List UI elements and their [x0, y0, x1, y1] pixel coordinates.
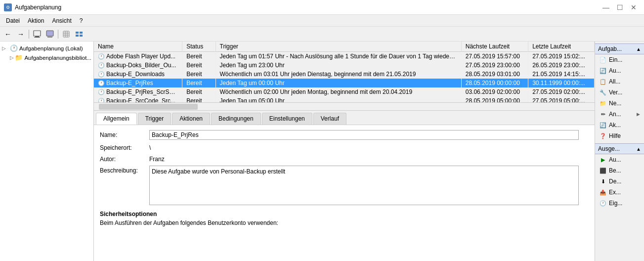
table-row[interactable]: 🕐Backup-E_PrjRes_ScrSho...BereitWöchentl…	[94, 87, 595, 96]
tabs: Allgemein Trigger Aktionen Bedingungen E…	[94, 111, 595, 125]
menu-ansicht[interactable]: Ansicht	[48, 16, 75, 25]
description-value: Diese Aufgabe wurde von Personal-Backup …	[149, 166, 589, 207]
table-cell: Wöchentlich um 03:01 Uhr jeden Dienstag,…	[215, 70, 461, 79]
toolbar-btn-3[interactable]	[60, 29, 72, 40]
action-de[interactable]: ⬇ De...	[595, 176, 644, 187]
menu-datei[interactable]: Datei	[2, 16, 24, 25]
ver-icon: 🔧	[599, 88, 607, 96]
table-row[interactable]: 🕐Adobe Flash Player Upd...BereitJeden Ta…	[94, 52, 595, 61]
titlebar: ⚙ Aufgabenplanung — ☐ ✕	[0, 0, 644, 15]
section-header-ausge[interactable]: Ausge... ▲	[595, 143, 644, 154]
titlebar-controls: — ☐ ✕	[600, 2, 640, 12]
ein-icon: 📄	[599, 56, 607, 64]
svg-rect-2	[34, 37, 40, 38]
action-au[interactable]: 🔄 Au...	[595, 65, 644, 76]
section-label-aufgaben: Aufgab...	[598, 45, 622, 52]
action-label-ver: Ver...	[609, 89, 622, 96]
description-label: Beschreibung:	[100, 166, 149, 174]
table-cell: Jeden Tag um 01:57 Uhr - Nach Auslösung …	[215, 52, 461, 61]
tab-aktionen[interactable]: Aktionen	[172, 113, 210, 125]
svg-rect-3	[46, 31, 53, 36]
table-cell: 🕐Backup-E_SrcCode_Src...	[94, 96, 182, 102]
svg-rect-1	[35, 36, 39, 37]
table-cell: 28.05.2019 03:01:00	[461, 70, 528, 79]
section-label-ausge: Ausge...	[598, 145, 620, 152]
action-eig[interactable]: 🕐 Eig...	[595, 198, 644, 209]
svg-rect-10	[76, 32, 79, 34]
action-ein[interactable]: 📄 Ein...	[595, 54, 644, 65]
table-cell: 27.05.2019 05:00:...	[528, 96, 595, 102]
table-cell: 21.05.2019 14:15:...	[528, 70, 595, 79]
menu-help[interactable]: ?	[76, 16, 87, 25]
action-label-be: Be...	[609, 167, 621, 174]
ak-icon: 🔄	[599, 121, 607, 129]
table-cell: 🕐Backup-E_Downloads	[94, 70, 182, 79]
author-row: Autor: Franz	[100, 154, 589, 163]
close-button[interactable]: ✕	[627, 2, 640, 12]
table-cell: 🕐Backup-Doks_Bilder_Ou...	[94, 61, 182, 70]
folder-icon: 📁	[15, 54, 23, 61]
toolbar-back[interactable]: ←	[2, 29, 14, 40]
tree-label-local: Aufgabenplanung (Lokal)	[19, 45, 83, 51]
table-cell: Bereit	[182, 87, 215, 96]
table-cell: Bereit	[182, 79, 215, 87]
section-header-aufgaben[interactable]: Aufgab... ▲	[595, 44, 644, 54]
table-row[interactable]: 🕐Backup-Doks_Bilder_Ou...BereitJeden Tag…	[94, 61, 595, 70]
action-ex[interactable]: 📤 Ex...	[595, 187, 644, 198]
svg-rect-0	[34, 31, 41, 36]
hscroll-track	[94, 102, 595, 110]
action-ver[interactable]: 🔧 Ver...	[595, 87, 644, 98]
action-label-ein: Ein...	[609, 56, 622, 63]
toolbar-btn-4[interactable]	[73, 29, 85, 40]
name-label: Name:	[100, 130, 149, 138]
action-run[interactable]: ▶ Au...	[595, 154, 644, 165]
table-row[interactable]: 🕐Backup-E_SrcCode_Src...BereitJeden Tag …	[94, 96, 595, 102]
table-cell: 27.05.2019 15:57:00	[461, 52, 528, 61]
action-all[interactable]: 📋 All...	[595, 76, 644, 87]
tab-bedingungen[interactable]: Bedingungen	[211, 113, 261, 125]
action-hilfe[interactable]: ❓ Hilfe	[595, 130, 644, 141]
all-icon: 📋	[599, 78, 607, 86]
menu-aktion[interactable]: Aktion	[24, 16, 48, 25]
ne-icon: 📁	[599, 99, 607, 107]
name-input[interactable]	[149, 130, 579, 140]
toolbar-btn-2[interactable]	[44, 29, 56, 40]
toolbar-forward[interactable]: →	[15, 29, 27, 40]
tab-trigger[interactable]: Trigger	[138, 113, 172, 125]
right-area: Name Status Trigger Nächste Laufzeit Let…	[94, 42, 595, 261]
tab-einstellungen[interactable]: Einstellungen	[262, 113, 312, 125]
table-row[interactable]: 🕐Backup-E_PrjResBereitJeden Tag um 00:00…	[94, 79, 595, 87]
action-be[interactable]: ⬛ Be...	[595, 165, 644, 176]
an-arrow: ▶	[637, 112, 640, 117]
tree-item-local[interactable]: ▷ 🕐 Aufgabenplanung (Lokal)	[0, 44, 93, 53]
svg-rect-13	[80, 35, 83, 37]
expand-icon: ▷	[2, 45, 10, 51]
location-label: Speicherort:	[100, 143, 149, 151]
location-row: Speicherort: \	[100, 143, 589, 151]
task-table: Name Status Trigger Nächste Laufzeit Let…	[94, 42, 595, 102]
task-list-container: Name Status Trigger Nächste Laufzeit Let…	[94, 42, 595, 111]
table-cell: Jeden Tag um 00:00 Uhr	[215, 79, 461, 87]
left-panel: ▷ 🕐 Aufgabenplanung (Lokal) ▷ 📁 Aufgaben…	[0, 42, 94, 261]
maximize-button[interactable]: ☐	[613, 2, 626, 12]
minimize-button[interactable]: —	[600, 2, 612, 12]
svg-rect-12	[76, 35, 79, 37]
tab-allgemein[interactable]: Allgemein	[96, 113, 137, 125]
toolbar-btn-1[interactable]	[31, 29, 43, 40]
col-name: Name	[94, 42, 182, 52]
task-scroll[interactable]: Name Status Trigger Nächste Laufzeit Let…	[94, 42, 595, 102]
tree-item-bibliothek[interactable]: ▷ 📁 Aufgabenplanungsbibliot...	[0, 53, 93, 62]
eig-icon: 🕐	[599, 199, 607, 207]
table-header-row: Name Status Trigger Nächste Laufzeit Let…	[94, 42, 595, 52]
au-icon: 🔄	[599, 67, 607, 75]
table-cell: 27.05.2019 02:00:...	[528, 87, 595, 96]
table-cell: Bereit	[182, 52, 215, 61]
description-textarea[interactable]: Diese Aufgabe wurde von Personal-Backup …	[149, 166, 579, 205]
action-an[interactable]: ✏ An... ▶	[595, 109, 644, 120]
action-ak[interactable]: 🔄 Ak...	[595, 120, 644, 130]
action-ne[interactable]: 📁 Ne...	[595, 98, 644, 109]
table-row[interactable]: 🕐Backup-E_DownloadsBereitWöchentlich um …	[94, 70, 595, 79]
svg-rect-5	[63, 31, 69, 37]
tab-verlauf[interactable]: Verlauf	[313, 113, 346, 125]
action-label-hilfe: Hilfe	[609, 132, 621, 139]
